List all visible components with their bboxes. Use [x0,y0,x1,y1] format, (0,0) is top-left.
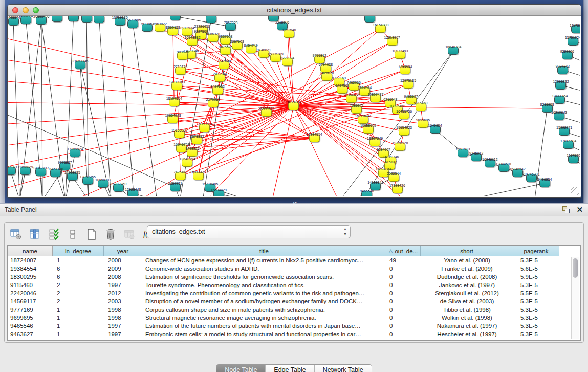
select-functions-icon[interactable] [47,227,61,242]
network-node[interactable] [320,64,331,73]
network-node[interactable] [334,78,344,86]
column-header-out_de[interactable]: △out_de... [386,246,421,256]
network-node[interactable] [199,124,210,132]
network-node[interactable] [526,174,537,182]
network-node[interactable] [167,115,178,123]
network-node[interactable] [182,159,192,167]
table-row[interactable]: 1830029562008Estimation of significance … [8,273,580,281]
network-node[interactable] [557,66,568,74]
network-node[interactable] [155,24,165,32]
close-panel-icon[interactable]: ✕ [576,206,583,214]
network-node[interactable] [378,169,389,177]
column-header-name[interactable]: name [8,246,53,256]
network-node[interactable] [52,16,62,22]
splitter-handle-icon[interactable]: ▴▾ [292,201,298,204]
network-node[interactable] [363,125,374,134]
network-node[interactable] [81,16,92,23]
network-node[interactable] [169,98,180,106]
network-node[interactable] [67,172,78,181]
network-node[interactable] [563,141,574,149]
network-node[interactable] [418,120,428,128]
tab-network-table[interactable]: Network Table [315,365,372,372]
network-node[interactable] [309,134,320,142]
network-node[interactable] [59,162,70,170]
network-window-titlebar[interactable]: citations_edges.txt [8,5,581,16]
network-node[interactable] [208,99,219,107]
scrollbar-thumb[interactable] [573,258,578,278]
network-node[interactable] [115,17,125,26]
network-node[interactable] [35,168,46,176]
network-node[interactable] [75,61,85,69]
network-node[interactable] [403,80,413,89]
network-node[interactable] [399,111,409,119]
network-node[interactable] [351,105,362,114]
network-node[interactable] [364,16,375,23]
table-settings-icon[interactable] [9,227,23,242]
network-node[interactable] [94,16,104,23]
column-header-year[interactable]: year [104,246,142,256]
table-row[interactable]: 1872400712008Changes of HCN gene express… [8,256,580,265]
network-node[interactable] [388,173,399,182]
network-node[interactable] [220,36,231,45]
network-node[interactable] [571,25,580,33]
network-node[interactable] [127,20,138,28]
window-resize-grip[interactable] [571,187,579,195]
network-node[interactable] [337,85,347,94]
table-row[interactable]: 977716911998Corpus callosum shape and si… [8,305,580,314]
network-node[interactable] [387,37,398,46]
network-node[interactable] [361,191,372,196]
network-node[interactable] [378,149,389,158]
network-node[interactable] [277,22,288,30]
network-node[interactable] [400,66,410,74]
network-node[interactable] [270,54,281,62]
network-node[interactable] [554,96,565,104]
network-node[interactable] [225,23,236,31]
network-node[interactable] [171,82,182,90]
row-height-icon[interactable] [66,227,80,242]
network-node[interactable] [399,127,409,136]
network-node[interactable] [458,149,468,157]
network-node[interactable] [559,127,570,136]
network-node[interactable] [406,96,417,104]
network-node[interactable] [471,153,482,161]
column-header-in_degree[interactable]: in_degree [53,246,104,256]
delete-table-icon[interactable] [103,227,118,242]
network-node[interactable] [261,108,272,117]
network-node[interactable] [282,58,293,66]
network-node[interactable] [142,24,153,32]
network-node[interactable] [182,28,192,36]
network-node[interactable] [232,41,243,50]
network-node[interactable] [395,51,405,59]
network-node[interactable] [113,184,124,192]
network-node[interactable] [177,52,188,60]
network-node[interactable] [346,95,357,103]
network-node[interactable] [369,138,380,146]
network-node[interactable] [288,102,299,110]
table-row[interactable]: 911546021997Tourette syndrome. Phenomeno… [8,281,580,289]
network-node[interactable] [539,179,550,187]
network-node[interactable] [485,159,495,167]
network-node[interactable] [193,172,204,180]
network-node[interactable] [98,180,108,188]
new-table-icon[interactable] [84,227,99,242]
network-node[interactable] [212,86,223,95]
network-node[interactable] [187,148,198,157]
network-node[interactable] [370,182,381,190]
desktop-right-scroll-strip[interactable] [583,0,588,203]
network-node[interactable] [542,104,553,113]
table-row[interactable]: 1938455462009Genome-wide association stu… [8,265,580,273]
network-node[interactable] [170,16,181,20]
network-node[interactable] [321,73,332,81]
network-node[interactable] [70,149,80,157]
network-node[interactable] [395,143,405,151]
network-node[interactable] [206,16,216,23]
network-node[interactable] [8,167,16,175]
network-node[interactable] [187,37,198,46]
network-node[interactable] [174,130,185,138]
network-node[interactable] [246,45,256,53]
network-node[interactable] [562,51,573,59]
network-node[interactable] [258,50,269,58]
network-node[interactable] [170,183,181,191]
network-node[interactable] [430,125,441,134]
network-node[interactable] [175,67,186,75]
